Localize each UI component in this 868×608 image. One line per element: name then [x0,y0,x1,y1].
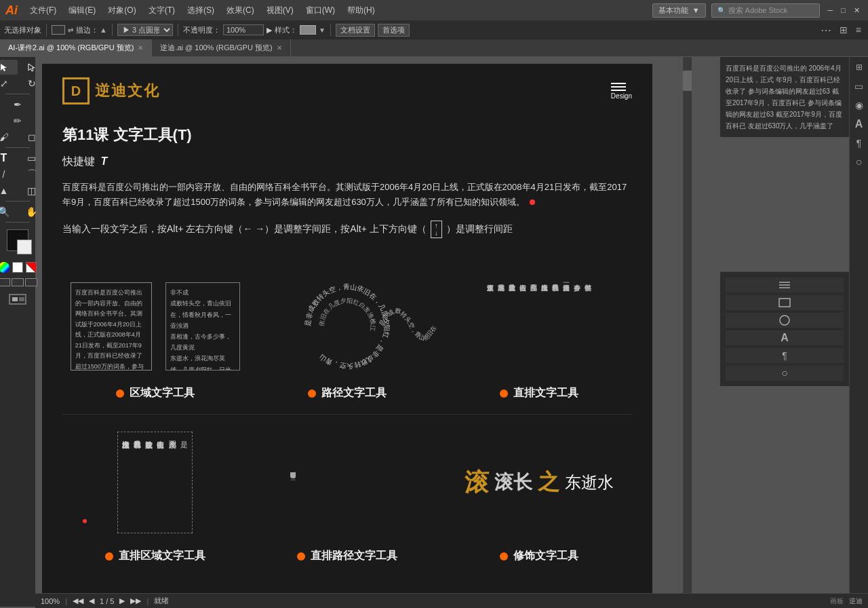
mini-icon-para[interactable]: ¶ [726,348,844,363]
swap-icon[interactable]: ⇄ [68,26,73,34]
tab-1[interactable]: AI-课件2.ai @ 100% (RGB/GPU 预览) ✕ [0,39,152,57]
svg-text:非成败转头空青山依旧在几度夕阳红白发渔樵江渚上惯看秋月春风一: 非成败转头空青山依旧在几度夕阳红白发渔樵江渚上惯看秋月春风一壶浊酒喜相逢古今多少… [289,472,295,480]
scroll-thumb-v[interactable] [683,71,692,91]
pen-tool[interactable]: ✒ [4,97,31,112]
view-buttons [0,278,37,286]
pencil-tool[interactable]: ✏ [4,113,31,128]
menu-select[interactable]: 选择(S) [182,3,220,18]
decor-text-display: 滚 滚长 之 东逝水 [465,466,614,499]
view-btn-3[interactable] [25,278,37,286]
mini-icon-lines[interactable] [726,278,844,292]
none-btn[interactable] [26,262,37,273]
rotate-tool[interactable]: ↻ [18,76,45,91]
artboard-name: 逆迪 [849,596,863,606]
gradient-tool[interactable]: ◫ [18,183,45,198]
menu-effect[interactable]: 效果(C) [221,3,260,18]
panel-icon-5[interactable]: ¶ [852,136,867,151]
vert-path-svg: 非成败转头空青山依旧在几度夕阳红白发渔樵江渚上惯看秋月春风一壶浊酒喜相逢古今多少… [279,432,415,533]
tab-2[interactable]: 逆迪.ai @ 100% (RGB/GPU 预览) ✕ [152,39,290,57]
menu-window[interactable]: 窗口(W) [300,3,340,18]
menu-file[interactable]: 文件(F) [24,3,62,18]
path-text-example: 是非成败转头空，青山依旧在，几度夕阳红，是非成败转头空，青山 依旧在几度夕阳红白… [254,272,439,400]
brand-logo: D 逆迪文化 [62,77,160,104]
properties-icon[interactable]: ≡ [853,24,864,35]
no-color-btn[interactable] [12,262,23,273]
svg-rect-1 [12,297,18,301]
color-selector[interactable] [7,229,28,251]
menu-help[interactable]: 帮助(H) [342,3,380,18]
menu-view[interactable]: 视图(V) [261,3,299,18]
lesson-title: 第11课 文字工具(T) [62,125,632,145]
doc-settings-btn[interactable]: 文档设置 [336,24,375,37]
hamburger-menu[interactable]: Design [611,83,632,100]
tab-1-label: AI-课件2.ai @ 100% (RGB/GPU 预览) [8,43,134,53]
nav-forward[interactable]: ▶ [119,596,125,605]
mini-icon-circle[interactable] [726,313,844,328]
direct-select-tool[interactable] [18,60,45,75]
tool-sep-2 [5,147,30,148]
opacity-input[interactable] [223,24,264,35]
color-mode-btn[interactable] [0,262,9,273]
mini-icon-type[interactable]: A [726,330,844,345]
status-text: 就绪 [154,596,169,606]
nav-prev[interactable]: ◀◀ [73,596,83,605]
decor-char-3: 之 [538,468,559,497]
brand-name: 逆迪文化 [95,81,160,101]
warp-tool[interactable]: ⤢ [0,76,18,91]
view-btn-1[interactable] [0,278,10,286]
shortcut-line: 快捷键 T [62,155,632,169]
workspace-selector[interactable]: 基本功能 ▼ [652,3,706,18]
stroke-box[interactable] [17,240,32,254]
vert-col-8: 一壶浊酒喜相逢 [562,279,571,374]
menu-text[interactable]: 文字(T) [143,3,180,18]
search-bar[interactable]: 🔍 搜索 Adobe Stock [711,3,820,18]
expand-icon[interactable]: ⋯ [818,24,834,37]
view-btn-2[interactable] [12,278,24,286]
menu-object[interactable]: 对象(O) [102,3,141,18]
vertical-text-img: 滚滚长江东逝水 浪花淘尽英雄 是非成败转头空 青山依旧在 几度夕阳红 白发渔樵江… [447,272,632,381]
shape-tool[interactable]: ▭ [18,151,45,166]
blob-brush[interactable]: 🖌 [0,130,18,145]
artboard-tool[interactable] [8,293,27,308]
zoom-level[interactable]: 100% [41,597,60,605]
brand-icon-text: D [71,83,81,99]
window-controls[interactable]: ─ □ ✕ [825,6,863,15]
svg-text:是非成败转头空，青山依旧在: 是非成败转头空，青山依旧在 [379,307,437,342]
brand-icon: D [62,77,90,104]
fill-box[interactable] [7,229,28,251]
stroke-area: 描边： ▲ [76,25,107,35]
panel-icon-1[interactable]: ⊞ [852,60,867,75]
select-tool[interactable] [0,60,18,75]
scroll-v[interactable] [682,57,692,593]
zoom-tool[interactable]: 🔍 [0,204,18,219]
paint-bucket[interactable]: ▲ [0,183,18,198]
arc-tool[interactable]: ⌒ [18,167,45,182]
restore-btn[interactable]: □ [838,6,848,15]
menu-hamburger[interactable] [611,83,632,91]
menu-edit[interactable]: 编辑(E) [63,3,101,18]
panel-icon-4[interactable]: A [852,117,867,132]
mini-icon-opacity[interactable]: ○ [726,366,844,381]
preferences-btn[interactable]: 首选项 [378,24,410,37]
brush-selector[interactable]: ▶ 3 点圆形 [117,24,173,36]
eraser-tool[interactable]: ◻ [18,130,45,145]
panel-icon-3[interactable]: ◉ [852,98,867,113]
canvas-area[interactable]: D 逆迪文化 Design 第11课 文字工具(T) 快捷键 T 百度百科是百度… [35,57,692,593]
mini-icon-rect[interactable] [726,295,844,310]
tab-1-close[interactable]: ✕ [138,44,143,52]
nav-back[interactable]: ◀ [89,596,94,605]
fill-color[interactable] [52,25,65,35]
panel-icon-6[interactable]: ○ [852,155,867,170]
arrange-icon[interactable]: ⊞ [837,24,850,35]
hand-tool[interactable]: ✋ [18,204,45,219]
tool-dot-6 [500,552,508,560]
minimize-btn[interactable]: ─ [825,6,836,15]
decor-char-2: 滚长 [494,470,532,495]
line-tool[interactable]: / [0,167,18,182]
type-tool[interactable]: T [0,151,18,166]
close-btn[interactable]: ✕ [851,6,863,15]
tab-2-close[interactable]: ✕ [277,44,282,52]
nav-next[interactable]: ▶▶ [130,596,141,605]
vert-area-img: 白发渔樵江渚上 惯看秋月春风 非成败转头空 青山依旧在 几度夕阳 是 [62,421,248,544]
panel-icon-2[interactable]: ▭ [852,79,867,94]
